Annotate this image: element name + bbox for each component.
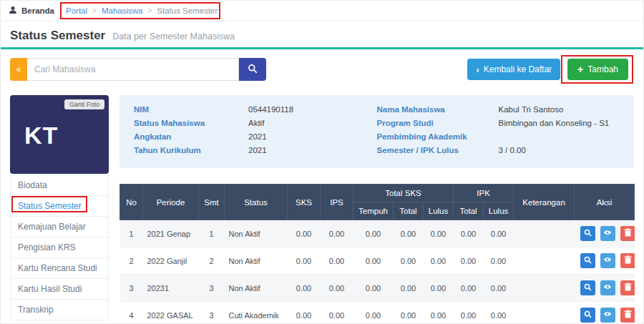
collapse-button[interactable]: « <box>10 58 27 81</box>
header-tempuh: Tempuh <box>353 202 394 220</box>
header-keterangan: Keterangan <box>514 185 575 220</box>
delete-button[interactable] <box>620 308 635 323</box>
sidebar-menu: Biodata Status Semester Kemajuan Belajar… <box>10 175 109 320</box>
cell-periode: 2022 GASAL <box>143 302 199 324</box>
breadcrumb-item-portal[interactable]: Portal <box>66 6 87 15</box>
search-input[interactable] <box>27 58 239 81</box>
back-to-list-button[interactable]: ‹ Kembali ke Daftar <box>467 59 560 80</box>
chevron-left-icon: ‹ <box>476 64 479 75</box>
breadcrumb-separator: > <box>92 6 97 14</box>
info-value-tahun-kurikulum: 2021 <box>248 146 377 154</box>
cell-sks-total: 0.00 <box>394 302 424 324</box>
table-header: No Periode Smt Status SKS IPS Total SKS … <box>120 185 635 220</box>
cell-ipk-total: 0.00 <box>454 247 484 275</box>
sidebar-item-kartu-hasil-studi[interactable]: Kartu Hasil Studi <box>10 278 109 300</box>
table-row: 3 20231 3 Non Aktif 0.00 0.00 0.00 0.00 … <box>120 275 635 302</box>
cell-no: 4 <box>120 302 143 324</box>
cell-ipk-total: 0.00 <box>454 275 484 302</box>
info-label-nama-mahasiswa: Nama Mahasiswa <box>377 105 499 114</box>
cell-aksi <box>575 220 635 247</box>
delete-button[interactable] <box>620 280 635 295</box>
header-status: Status <box>225 185 288 220</box>
trash-icon <box>624 283 632 293</box>
breadcrumb: Portal > Mahasiswa > Status Semester <box>66 6 218 15</box>
magnifier-icon <box>584 255 592 266</box>
user-icon <box>9 6 17 16</box>
home-label: Beranda <box>21 6 54 15</box>
search-icon <box>248 64 258 76</box>
content: NIM 0544190118 Status Mahasiswa Aktif An… <box>119 95 634 324</box>
info-value-nim: 0544190118 <box>248 105 377 114</box>
search-button[interactable] <box>239 58 266 81</box>
table-row: 2 2022 Ganjil 2 Non Aktif 0.00 0.00 0.00… <box>120 247 635 275</box>
cell-sks: 0.00 <box>288 220 321 247</box>
detail-button[interactable] <box>580 308 595 323</box>
view-button[interactable] <box>600 280 615 295</box>
sidebar-item-status-semester[interactable]: Status Semester <box>10 195 109 217</box>
cell-sks-lulus: 0.00 <box>424 275 454 302</box>
breadcrumb-item-mahasiswa[interactable]: Mahasiswa <box>102 6 143 15</box>
delete-button[interactable] <box>620 253 635 268</box>
eye-icon <box>603 255 612 266</box>
home-link[interactable]: Beranda <box>9 6 54 16</box>
page-subtitle: Data per Semester Mahasiswa <box>112 31 235 41</box>
add-label: Tambah <box>587 64 618 74</box>
cell-ips: 0.00 <box>321 247 353 275</box>
detail-button[interactable] <box>580 280 595 295</box>
header-ipk-lulus: Lulus <box>484 202 514 220</box>
detail-button[interactable] <box>580 253 595 268</box>
sidebar-item-pengisian-krs[interactable]: Pengisian KRS <box>10 237 109 258</box>
cell-sks-total: 0.00 <box>394 220 424 247</box>
info-value-program-studi: Bimbingan dan Konseling - S1 <box>499 119 620 127</box>
cell-aksi <box>575 302 635 324</box>
cell-sks: 0.00 <box>288 302 321 324</box>
eye-icon <box>603 283 612 293</box>
eye-icon <box>603 310 612 320</box>
magnifier-icon <box>584 283 592 293</box>
cell-ips: 0.00 <box>321 302 353 324</box>
magnifier-icon <box>584 228 592 239</box>
add-button[interactable]: + Tambah <box>567 59 628 80</box>
header-total-sks-group: Total SKS <box>353 185 454 202</box>
avatar-initials: KT <box>24 122 58 149</box>
sidebar-item-transkrip[interactable]: Transkrip <box>10 299 109 320</box>
cell-ipk-lulus: 0.00 <box>484 220 514 247</box>
student-info-left: NIM 0544190118 Status Mahasiswa Aktif An… <box>134 105 377 158</box>
view-button[interactable] <box>600 308 615 323</box>
breadcrumb-item-current: Status Semester <box>157 6 218 15</box>
header-ipk-total: Total <box>454 202 484 220</box>
cell-status: Non Aktif <box>225 247 288 275</box>
cell-ips: 0.00 <box>321 220 353 247</box>
toolbar: « ‹ Kembali ke Daftar + Tambah <box>0 49 644 89</box>
cell-smt: 3 <box>199 275 225 302</box>
cell-status: Non Aktif <box>225 220 288 247</box>
cell-smt: 1 <box>199 220 225 247</box>
view-button[interactable] <box>600 253 615 268</box>
cell-ipk-total: 0.00 <box>454 302 484 324</box>
student-info-right: Nama Mahasiswa Kabul Tri Santoso Program… <box>377 105 620 158</box>
cell-aksi <box>575 275 635 302</box>
cell-aksi <box>575 247 635 275</box>
cell-periode: 20231 <box>143 275 199 302</box>
sidebar-item-kemajuan-belajar[interactable]: Kemajuan Belajar <box>10 216 109 237</box>
breadcrumb-bar: Beranda Portal > Mahasiswa > Status Seme… <box>0 0 644 21</box>
cell-keterangan <box>514 275 575 302</box>
cell-periode: 2022 Ganjil <box>143 247 199 275</box>
sidebar: Ganti Foto KT Biodata Status Semester Ke… <box>10 95 109 324</box>
info-label-nim: NIM <box>134 105 248 114</box>
cell-sks-total: 0.00 <box>394 275 424 302</box>
magnifier-icon <box>584 310 592 320</box>
screen: Beranda Portal > Mahasiswa > Status Seme… <box>0 0 644 324</box>
view-button[interactable] <box>600 226 615 241</box>
sidebar-item-kartu-rencana-studi[interactable]: Kartu Rencana Studi <box>10 257 109 279</box>
trash-icon <box>624 310 632 320</box>
header-aksi: Aksi <box>575 185 635 220</box>
info-label-pembimbing-akademik: Pembimbing Akademik <box>377 132 499 141</box>
cell-no: 2 <box>120 247 143 275</box>
header-ipk-group: IPK <box>454 185 514 202</box>
detail-button[interactable] <box>580 226 595 241</box>
sidebar-item-biodata[interactable]: Biodata <box>10 175 109 196</box>
delete-button[interactable] <box>620 226 635 241</box>
change-photo-button[interactable]: Ganti Foto <box>64 99 104 109</box>
header-sks-total: Total <box>394 202 424 220</box>
